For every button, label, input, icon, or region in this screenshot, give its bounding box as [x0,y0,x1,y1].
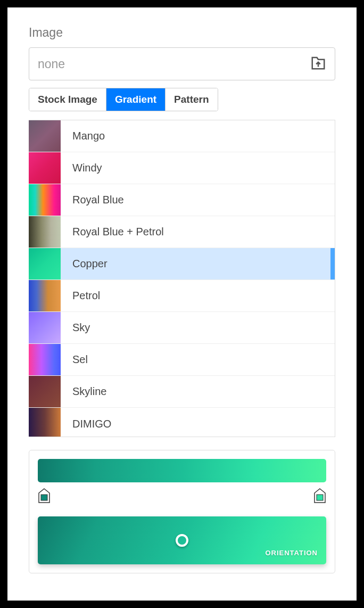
gradient-row[interactable]: DIMIGO [29,408,335,437]
gradient-row[interactable]: Copper [29,248,335,280]
upload-icon [310,55,326,73]
gradient-swatch [29,408,61,437]
gradient-swatch [29,344,61,375]
gradient-swatch [29,152,61,184]
section-title: Image [29,26,335,40]
gradient-name-label: Sky [61,322,90,334]
gradient-preset-list[interactable]: MangoWindyRoyal BlueRoyal Blue + PetrolC… [29,120,335,437]
gradient-row[interactable]: Sky [29,312,335,344]
source-tab-group: Stock Image Gradient Pattern [29,88,218,111]
orientation-button[interactable]: ORIENTATION [265,549,318,557]
gradient-row[interactable]: Royal Blue + Petrol [29,216,335,248]
gradient-row[interactable]: Skyline [29,376,335,408]
gradient-swatch [29,216,61,248]
gradient-row[interactable]: Royal Blue [29,184,335,216]
gradient-row[interactable]: Windy [29,152,335,184]
gradient-row[interactable]: Sel [29,344,335,376]
gradient-color-stop[interactable] [313,488,326,504]
gradient-name-label: Sel [61,354,88,366]
svg-rect-1 [317,495,323,500]
image-section-panel: Image none Stock Image Gradient Pattern … [7,7,357,601]
gradient-name-label: DIMIGO [61,418,111,430]
gradient-swatch [29,184,61,216]
gradient-name-label: Skyline [61,385,106,398]
gradient-name-label: Windy [61,162,102,174]
gradient-name-label: Petrol [61,290,100,302]
gradient-name-label: Royal Blue + Petrol [61,226,164,238]
gradient-swatch [29,312,61,343]
gradient-strip[interactable] [38,459,326,482]
image-file-input[interactable]: none [29,47,335,80]
gradient-name-label: Copper [61,258,107,270]
tab-pattern[interactable]: Pattern [166,88,217,111]
gradient-preview: ORIENTATION [38,516,326,564]
gradient-editor-panel: ORIENTATION [29,450,335,573]
gradient-color-stop[interactable] [38,488,51,504]
gradient-row[interactable]: Mango [29,120,335,152]
orientation-center-handle[interactable] [176,534,188,547]
gradient-name-label: Royal Blue [61,194,124,206]
gradient-swatch [29,248,61,280]
tab-gradient[interactable]: Gradient [106,88,166,111]
gradient-swatch [29,280,61,311]
gradient-stop-track[interactable] [38,488,326,505]
file-input-placeholder: none [38,57,310,71]
gradient-swatch [29,376,61,407]
gradient-row[interactable]: Petrol [29,280,335,312]
svg-rect-0 [41,495,47,500]
gradient-name-label: Mango [61,130,105,142]
tab-stock-image[interactable]: Stock Image [29,88,106,111]
gradient-swatch [29,120,61,152]
